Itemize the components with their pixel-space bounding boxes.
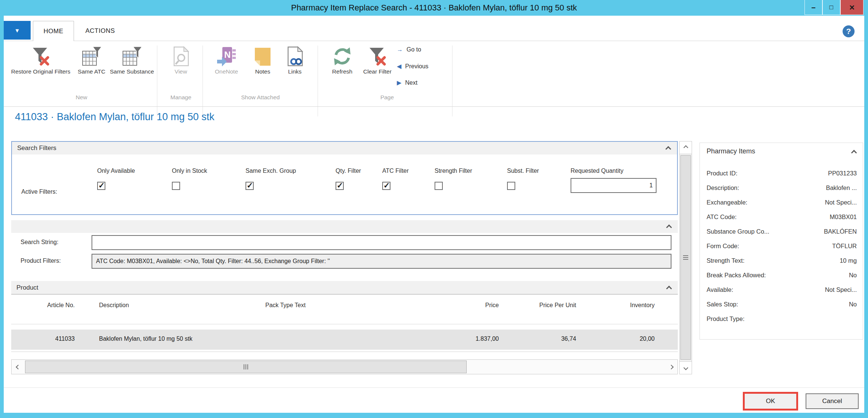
- product-filters-field: ATC Code: M03BX01, Available: <>No, Tota…: [92, 254, 671, 269]
- tab-home[interactable]: HOME: [33, 21, 74, 41]
- factbox-value[interactable]: No: [849, 272, 857, 279]
- same-atc-button[interactable]: Same ATC: [75, 45, 108, 75]
- filter-subst: Subst. Filter: [507, 168, 539, 190]
- factbox-label: Exchangeable:: [707, 199, 747, 206]
- scroll-left-button[interactable]: [12, 360, 24, 374]
- title-bar: Pharmacy Item Replace Search - 411033 · …: [0, 0, 868, 16]
- scroll-right-button[interactable]: [665, 360, 677, 374]
- factbox-label: Sales Stop:: [707, 301, 738, 308]
- application-menu-button[interactable]: ▼: [4, 21, 31, 40]
- factbox-value[interactable]: BAKLÓFEN: [824, 228, 857, 235]
- column-pack-type-text[interactable]: Pack Type Text: [265, 302, 306, 309]
- search-string-section-header[interactable]: [11, 220, 678, 233]
- factbox-value[interactable]: PP031233: [828, 170, 857, 177]
- factbox-value[interactable]: TÖFLUR: [832, 243, 857, 250]
- product-title: Product: [16, 284, 38, 291]
- subst-filter-checkbox[interactable]: [507, 182, 515, 190]
- tab-actions[interactable]: ACTIONS: [74, 21, 126, 41]
- restore-original-filters-button[interactable]: Restore Original Filters: [7, 45, 74, 75]
- search-filters-section: Search Filters Active Filters: Only Avai…: [11, 141, 678, 215]
- atc-filter-label: ATC Filter: [382, 168, 409, 174]
- funnel-clear-icon: [368, 45, 387, 66]
- collapse-icon[interactable]: [666, 286, 672, 291]
- help-button[interactable]: ?: [843, 25, 855, 37]
- links-button[interactable]: Links: [279, 45, 310, 75]
- check-icon: ✓: [98, 181, 105, 190]
- triangle-left-icon: ◀: [397, 63, 401, 70]
- close-button[interactable]: ×: [840, 0, 864, 15]
- factbox-value[interactable]: Not Speci...: [825, 286, 857, 293]
- factbox-label: Break Packs Allowed:: [707, 272, 766, 279]
- refresh-button[interactable]: Refresh: [324, 45, 361, 75]
- clear-filter-button[interactable]: Clear Filter: [362, 45, 393, 75]
- search-string-input[interactable]: [92, 235, 671, 250]
- ok-button-label: OK: [766, 397, 775, 405]
- factbox-value[interactable]: Not Speci...: [825, 199, 857, 206]
- qty-filter-checkbox[interactable]: ✓: [336, 182, 344, 190]
- scroll-up-button[interactable]: [680, 141, 692, 154]
- factbox-value[interactable]: No: [849, 301, 857, 308]
- active-filters-label: Active Filters:: [21, 188, 57, 195]
- strength-filter-checkbox[interactable]: [435, 182, 443, 190]
- column-price[interactable]: Price: [443, 302, 499, 309]
- note-icon: [254, 45, 272, 66]
- next-menu-item[interactable]: ▶ Next: [397, 79, 417, 86]
- factbox-value[interactable]: Baklofen ...: [826, 184, 857, 191]
- atc-filter-checkbox[interactable]: ✓: [382, 182, 390, 190]
- chevron-down-icon: ▼: [15, 27, 20, 34]
- notes-label: Notes: [255, 68, 271, 75]
- search-filters-header[interactable]: Search Filters: [12, 142, 677, 155]
- vertical-scrollbar[interactable]: [679, 141, 692, 374]
- table-row[interactable]: 411033 Baklofen Mylan, töflur 10 mg 50 s…: [11, 330, 678, 350]
- vertical-scrollbar-thumb[interactable]: [680, 155, 691, 360]
- column-price-per-unit[interactable]: Price Per Unit: [520, 302, 576, 309]
- product-section-header[interactable]: Product: [11, 281, 678, 294]
- horizontal-scrollbar[interactable]: [11, 359, 678, 374]
- factbox-row: Exchangeable: Not Speci...: [700, 195, 863, 210]
- same-substance-button[interactable]: Same Substance: [109, 45, 155, 75]
- requested-quantity-input[interactable]: [571, 178, 657, 193]
- only-available-checkbox[interactable]: ✓: [97, 182, 105, 190]
- search-filters-title: Search Filters: [17, 144, 56, 152]
- collapse-icon[interactable]: [851, 150, 857, 156]
- scroll-down-button[interactable]: [680, 361, 692, 374]
- cell-article-no: 411033: [22, 336, 75, 342]
- arrow-right-icon: →: [397, 46, 403, 53]
- cancel-button-label: Cancel: [822, 397, 842, 405]
- goto-menu-item[interactable]: → Go to: [397, 46, 421, 53]
- only-in-stock-checkbox[interactable]: [172, 182, 180, 190]
- view-button[interactable]: View: [162, 45, 200, 75]
- close-icon: ×: [849, 2, 855, 13]
- column-article-no[interactable]: Article No.: [22, 302, 75, 309]
- factbox-value[interactable]: 10 mg: [840, 257, 857, 264]
- filter-only-available: Only Available ✓: [97, 168, 135, 190]
- funnel-clear-icon: [31, 45, 50, 66]
- previous-menu-item[interactable]: ◀ Previous: [397, 63, 429, 70]
- next-label: Next: [405, 79, 417, 86]
- minimize-button[interactable]: –: [804, 0, 822, 15]
- links-icon: [286, 45, 303, 66]
- collapse-icon[interactable]: [665, 146, 671, 152]
- notes-button[interactable]: Notes: [247, 45, 278, 75]
- factbox-value[interactable]: M03BX01: [830, 213, 857, 221]
- horizontal-scrollbar-thumb[interactable]: [25, 361, 467, 373]
- factbox-label: Form Code:: [707, 243, 739, 250]
- factbox-label: Description:: [707, 184, 739, 191]
- collapse-icon[interactable]: [666, 224, 672, 230]
- chevron-up-icon: [683, 145, 688, 150]
- factbox-row: Sales Stop: No: [700, 297, 863, 312]
- onenote-label: OneNote: [215, 68, 238, 75]
- column-inventory[interactable]: Inventory: [599, 302, 655, 309]
- ribbon: Restore Original Filters Same ATC: [4, 41, 864, 106]
- ok-button[interactable]: OK: [743, 392, 798, 411]
- column-description[interactable]: Description: [99, 302, 129, 309]
- maximize-button[interactable]: □: [822, 0, 840, 15]
- factbox-label: Product Type:: [707, 315, 745, 322]
- cancel-button[interactable]: Cancel: [806, 393, 859, 409]
- table-funnel-icon: [81, 45, 102, 66]
- search-string-section: Search String: Product Filters: ATC Code…: [11, 220, 678, 276]
- filter-same-exch-group: Same Exch. Group ✓: [245, 168, 296, 190]
- same-exch-group-checkbox[interactable]: ✓: [245, 182, 254, 190]
- only-in-stock-label: Only in Stock: [172, 168, 207, 174]
- onenote-button[interactable]: N OneNote: [207, 45, 246, 75]
